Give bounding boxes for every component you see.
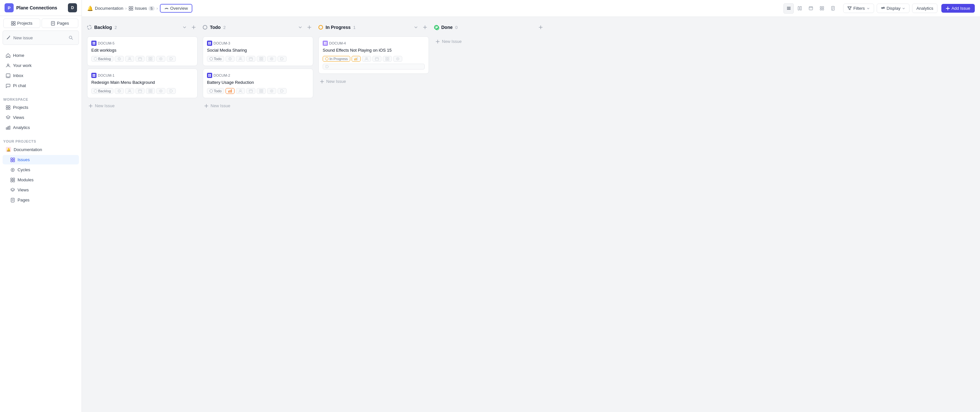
card-docum-1-date[interactable] (135, 88, 145, 94)
card-docum-2[interactable]: DOCUM-2 Battery Usage Reduction Todo (203, 68, 313, 98)
card-docum-2-module[interactable] (257, 88, 266, 94)
card-docum-5-status: Backlog (98, 57, 111, 61)
user-avatar[interactable]: D (68, 3, 77, 12)
nav-projects-btn[interactable]: Projects (3, 19, 40, 28)
sidebar-item-projects-ws[interactable]: Projects (3, 103, 79, 112)
card-docum-1-assignee[interactable] (125, 88, 134, 94)
card-docum-5-priority[interactable] (115, 56, 124, 62)
sidebar-item-analytics[interactable]: Analytics (3, 123, 79, 132)
breadcrumb-issues[interactable]: Issues 5 (129, 6, 155, 11)
view-list-btn[interactable] (783, 3, 794, 14)
svg-rect-153 (386, 59, 387, 60)
svg-rect-62 (92, 42, 94, 43)
svg-rect-121 (228, 91, 229, 92)
card-docum-5-label[interactable] (167, 56, 176, 62)
workspace-label: WORKSPACE (0, 94, 81, 103)
breadcrumb-documentation[interactable]: 🔔 Documentation (87, 6, 123, 11)
sidebar-item-pages-proj[interactable]: Pages (3, 195, 79, 205)
card-docum-1-cycle[interactable] (156, 88, 165, 94)
card-docum-4-assignee[interactable] (362, 56, 371, 62)
inprogress-new-issue-btn[interactable]: New Issue (318, 76, 429, 86)
card-docum-3-status: Todo (214, 57, 222, 61)
label-tag-icon-1 (169, 89, 173, 93)
inprogress-collapse-btn[interactable] (412, 23, 420, 31)
card-docum-2-assignee[interactable] (236, 88, 245, 94)
svg-rect-39 (800, 6, 801, 10)
view-calendar-btn[interactable] (805, 3, 816, 14)
card-docum-3-module[interactable] (257, 56, 266, 62)
card-docum-4-label-tag[interactable] (323, 64, 425, 70)
card-docum-3-date[interactable] (246, 56, 255, 62)
card-docum-4-date[interactable] (372, 56, 382, 62)
sidebar-item-pi-chat[interactable]: Pi chat (3, 81, 79, 90)
done-new-issue-btn[interactable]: New Issue (434, 37, 544, 46)
sidebar-item-home[interactable]: Home (3, 51, 79, 60)
search-btn[interactable] (66, 33, 75, 42)
card-docum-3-assignee[interactable] (236, 56, 245, 62)
card-docum-2-status-tag[interactable]: Todo (207, 88, 224, 94)
card-docum-2-label[interactable] (277, 88, 286, 94)
sidebar-item-your-work[interactable]: Your work (3, 61, 79, 70)
card-docum-3-priority[interactable] (226, 56, 235, 62)
projects-ws-label: Projects (13, 105, 28, 110)
card-docum-1-module[interactable] (146, 88, 155, 94)
card-docum-5-cycle[interactable] (156, 56, 165, 62)
add-issue-btn[interactable]: Add Issue (941, 4, 975, 13)
display-btn[interactable]: Display (877, 3, 910, 13)
view-columns-btn[interactable] (794, 3, 805, 14)
new-issue-btn[interactable]: New issue (3, 30, 79, 45)
svg-rect-82 (94, 76, 95, 77)
card-docum-5-module[interactable] (146, 56, 155, 62)
svg-rect-33 (129, 9, 130, 10)
backlog-add-btn[interactable] (190, 23, 197, 31)
filters-btn[interactable]: Filters (843, 3, 874, 13)
card-docum-5-assignee[interactable] (125, 56, 134, 62)
person-none-icon-3 (239, 57, 242, 61)
view-doc-btn[interactable] (827, 3, 838, 14)
card-docum-1-label[interactable] (167, 88, 176, 94)
sidebar-item-views[interactable]: Views (3, 113, 79, 122)
card-docum-4-status-tag[interactable]: In Progress (323, 56, 350, 62)
card-docum-3-status-tag[interactable]: Todo (207, 56, 224, 62)
card-docum-5-date[interactable] (135, 56, 145, 62)
card-docum-1-priority[interactable] (115, 88, 124, 94)
tab-overview[interactable]: Overview (160, 4, 192, 13)
nav-pages-btn[interactable]: Pages (41, 19, 79, 28)
card-docum-4-cycle[interactable] (393, 56, 402, 62)
sidebar-item-cycles[interactable]: Cycles (3, 165, 79, 175)
backlog-new-issue-btn[interactable]: New Issue (87, 101, 197, 111)
plus-todo-icon (204, 103, 208, 108)
backlog-collapse-btn[interactable] (181, 23, 188, 31)
card-docum-5[interactable]: DOCUM-5 Edit worklogs Backlog (87, 37, 197, 66)
card-docum-4-module[interactable] (383, 56, 392, 62)
done-add-btn[interactable] (537, 23, 544, 31)
card-docum-1-status-tag[interactable]: Backlog (91, 88, 113, 94)
backlog-title: Backlog (94, 25, 112, 30)
workspace-logo[interactable]: P Plane Connections (5, 3, 57, 12)
sidebar-item-documentation[interactable]: 🔔 Documentation (3, 145, 79, 154)
sidebar-item-views-proj[interactable]: Views (3, 185, 79, 195)
workspace-section: WORKSPACE Projects Views Analytics (0, 94, 81, 135)
todo-new-issue-btn[interactable]: New Issue (203, 101, 313, 111)
card-docum-3[interactable]: DOCUM-3 Social Media Sharing Todo (203, 37, 313, 66)
priority-high-icon (228, 89, 232, 93)
todo-add-btn[interactable] (305, 23, 313, 31)
sidebar-item-inbox[interactable]: Inbox (3, 71, 79, 80)
analytics-btn[interactable]: Analytics (912, 3, 937, 13)
card-docum-3-label[interactable] (277, 56, 286, 62)
card-docum-2-priority-high[interactable] (226, 88, 235, 94)
card-docum-4-priority-medium[interactable] (352, 56, 361, 62)
card-docum-2-date[interactable] (246, 88, 255, 94)
card-docum-2-cycle[interactable] (267, 88, 276, 94)
card-docum-3-cycle[interactable] (267, 56, 276, 62)
card-docum-1[interactable]: DOCUM-1 Redesign Main Menu Background Ba… (87, 68, 197, 98)
sidebar-item-issues[interactable]: Issues (3, 155, 79, 164)
sidebar-item-modules[interactable]: Modules (3, 175, 79, 185)
inprogress-add-btn[interactable] (421, 23, 429, 31)
inbox-icon (6, 73, 10, 78)
todo-collapse-btn[interactable] (296, 23, 304, 31)
card-docum-3-footer: Todo (207, 56, 309, 62)
card-docum-5-status-tag[interactable]: Backlog (91, 56, 113, 62)
view-grid-btn[interactable] (816, 3, 827, 14)
card-docum-4[interactable]: DOCUM-4 Sound Effects Not Playing on iOS… (318, 37, 429, 74)
